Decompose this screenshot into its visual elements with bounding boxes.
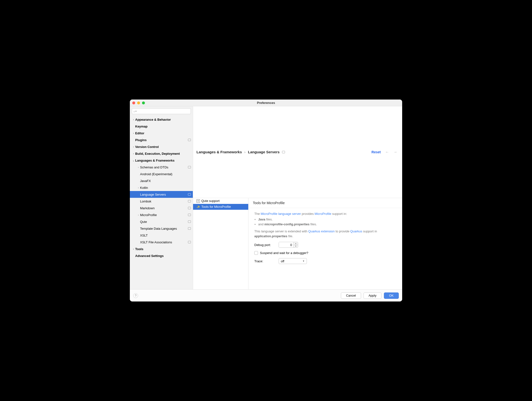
disclosure-icon: › xyxy=(132,132,135,135)
forward-icon[interactable]: → xyxy=(393,150,397,154)
tree-item-schemas-and-dtds[interactable]: ›Schemas and DTDs xyxy=(130,164,193,171)
tree-item-languages-frameworks[interactable]: ⌄Languages & Frameworks xyxy=(130,157,193,164)
tree-item-label: Kotlin xyxy=(140,186,191,190)
disclosure-icon: ⌄ xyxy=(132,159,135,162)
tree-item-label: MicroProfile xyxy=(140,213,188,217)
text: and xyxy=(258,222,264,226)
tree-item-label: Keymap xyxy=(135,125,191,128)
disclosure-icon: › xyxy=(132,118,135,121)
tree-item-label: Plugins xyxy=(135,138,188,142)
suspend-row: Suspend and wait for a debugger? xyxy=(248,249,402,257)
scope-badge-icon xyxy=(282,151,285,153)
list-item: Java files. xyxy=(258,217,396,222)
tree-item-label: Language Servers xyxy=(140,193,188,196)
tree-item-label: Template Data Languages xyxy=(140,227,188,230)
quarkus-extension-link[interactable]: Quarkus extension xyxy=(308,229,335,233)
debug-port-input[interactable] xyxy=(279,242,293,247)
tree-item-label: Build, Execution, Deployment xyxy=(135,152,191,155)
server-item-label: Qute support xyxy=(201,199,220,203)
search-input[interactable]: ⌕▾ xyxy=(132,108,191,114)
tree-item-label: XSLT File Associations xyxy=(140,240,188,244)
tree-item-appearance-behavior[interactable]: ›Appearance & Behavior xyxy=(130,116,193,123)
server-item-qute-support[interactable]: ✦Qute support xyxy=(193,198,248,204)
tree-item-build-execution-deployment[interactable]: ›Build, Execution, Deployment xyxy=(130,150,193,157)
main-header: Languages & Frameworks › Language Server… xyxy=(193,106,402,198)
tree-item-label: Qute xyxy=(140,220,188,224)
zoom-window-button[interactable] xyxy=(142,101,145,104)
tree-item-editor[interactable]: ›Editor xyxy=(130,130,193,137)
tree-item-label: Schemas and DTDs xyxy=(140,165,188,169)
quarkus-link[interactable]: Quarkus xyxy=(350,229,362,233)
close-window-button[interactable] xyxy=(132,101,135,104)
reset-link[interactable]: Reset xyxy=(372,150,381,154)
tree-item-plugins[interactable]: Plugins xyxy=(130,137,193,143)
breadcrumb-separator: › xyxy=(244,150,246,154)
tree-item-lombok[interactable]: Lombok xyxy=(130,198,193,205)
server-item-tools-for-microprofile[interactable]: ✨Tools for MicroProfile xyxy=(193,204,248,210)
nav-arrows: ← → xyxy=(385,150,397,154)
tree-item-xslt-file-associations[interactable]: XSLT File Associations xyxy=(130,239,193,246)
suspend-checkbox[interactable] xyxy=(254,251,258,255)
text: This language server is extended with xyxy=(254,229,308,233)
disclosure-icon: › xyxy=(132,146,135,148)
text: to provide xyxy=(335,229,350,233)
tree-item-language-servers[interactable]: Language Servers xyxy=(130,191,193,198)
microprofile-link[interactable]: MicroProfile xyxy=(315,212,331,216)
spinner-arrows: ▲ ▼ xyxy=(293,242,298,247)
breadcrumb-current: Language Servers xyxy=(248,150,280,154)
text: files. xyxy=(310,222,317,226)
text: support in: xyxy=(331,212,347,216)
spinner-down-icon[interactable]: ▼ xyxy=(294,245,298,248)
tree-item-label: JavaFX xyxy=(140,179,191,183)
minimize-window-button[interactable] xyxy=(137,101,140,104)
breadcrumb-parent[interactable]: Languages & Frameworks xyxy=(196,150,242,154)
trace-row: Trace: off ▼ xyxy=(248,257,402,265)
tree-item-microprofile[interactable]: ›MicroProfile xyxy=(130,211,193,218)
text: provides xyxy=(301,212,314,216)
tree-item-qute[interactable]: Qute xyxy=(130,218,193,225)
tree-item-android-experimental[interactable]: Android (Experimental) xyxy=(130,171,193,177)
scope-badge-icon xyxy=(188,193,191,196)
tree-item-template-data-languages[interactable]: Template Data Languages xyxy=(130,225,193,232)
tree-item-keymap[interactable]: Keymap xyxy=(130,123,193,130)
tree-item-kotlin[interactable]: ›Kotlin xyxy=(130,184,193,191)
breadcrumb: Languages & Frameworks › Language Server… xyxy=(196,150,372,154)
chevron-down-icon: ▼ xyxy=(302,260,305,262)
debug-port-spinner[interactable]: ▲ ▼ xyxy=(279,242,298,248)
scope-badge-icon xyxy=(188,166,191,168)
tree-item-label: Lombok xyxy=(140,200,188,203)
search-wrap: ⌕▾ xyxy=(130,106,193,116)
trace-label: Trace: xyxy=(254,259,276,263)
tree-item-version-control[interactable]: ›Version Control xyxy=(130,143,193,150)
detail-panel: Tools for MicroProfile The MicroProfile … xyxy=(248,198,402,290)
disclosure-icon: › xyxy=(137,214,140,216)
tree-item-advanced-settings[interactable]: Advanced Settings xyxy=(130,252,193,259)
disclosure-icon: › xyxy=(137,186,140,189)
help-button[interactable]: ? xyxy=(133,293,138,298)
cancel-button[interactable]: Cancel xyxy=(341,292,361,299)
scope-badge-icon xyxy=(188,241,191,243)
tree-item-markdown[interactable]: Markdown xyxy=(130,205,193,211)
back-icon[interactable]: ← xyxy=(385,150,389,154)
scope-badge-icon xyxy=(188,200,191,202)
apply-button[interactable]: Apply xyxy=(364,292,382,299)
scope-badge-icon xyxy=(188,139,191,141)
spinner-up-icon[interactable]: ▲ xyxy=(294,242,298,245)
microprofile-ls-link[interactable]: MicroProfile language server xyxy=(261,212,301,216)
tree-item-javafx[interactable]: JavaFX xyxy=(130,177,193,184)
footer: ? Cancel Apply OK xyxy=(130,289,402,301)
suspend-label: Suspend and wait for a debugger? xyxy=(260,251,308,255)
trace-value: off xyxy=(281,259,284,263)
tree-item-label: Version Control xyxy=(135,145,191,149)
ok-button[interactable]: OK xyxy=(384,292,399,299)
text: The xyxy=(254,212,261,216)
window-title: Preferences xyxy=(130,101,402,105)
trace-select[interactable]: off ▼ xyxy=(279,258,307,264)
tree-item-tools[interactable]: ›Tools xyxy=(130,246,193,252)
tree-item-label: Tools xyxy=(135,247,191,251)
settings-tree: ›Appearance & BehaviorKeymap›EditorPlugi… xyxy=(130,116,193,289)
text: Java xyxy=(258,218,265,221)
body: ⌕▾ ›Appearance & BehaviorKeymap›EditorPl… xyxy=(130,106,402,289)
tree-item-xslt[interactable]: XSLT xyxy=(130,232,193,239)
debug-port-row: Debug port: ▲ ▼ xyxy=(248,240,402,249)
